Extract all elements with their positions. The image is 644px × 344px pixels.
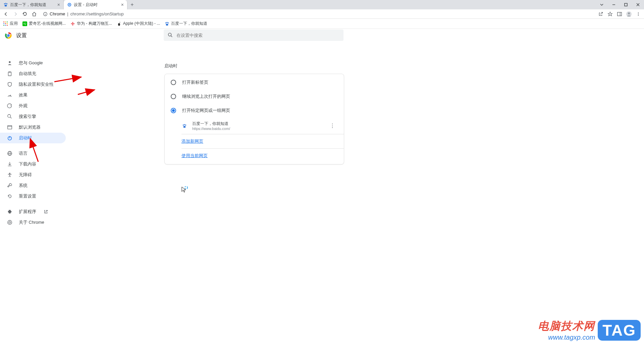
more-icon[interactable]: ⋮: [330, 123, 338, 129]
sidebar-item-search-engine[interactable]: 搜索引擎: [0, 111, 66, 122]
browser-tab-active[interactable]: 设置 - 启动时 ×: [64, 0, 127, 9]
profile-icon[interactable]: [626, 11, 632, 17]
globe-icon: [7, 150, 13, 156]
bookmarks-bar: 应用 iQ 爱奇艺-在线视频网... 华为 - 构建万物互... Apple (…: [0, 19, 644, 29]
share-icon[interactable]: [598, 11, 604, 17]
watermark-url: www.tagxp.com: [548, 334, 595, 341]
svg-point-43: [183, 124, 184, 125]
svg-point-40: [9, 173, 10, 174]
svg-line-32: [10, 117, 12, 119]
apple-icon: [117, 21, 121, 26]
baidu-icon: [3, 2, 8, 7]
menu-icon[interactable]: [635, 11, 641, 17]
settings-sidebar: 您与 Google 自动填充 隐私设置和安全性 效果 外观 搜索引擎 默认浏览器…: [0, 42, 78, 344]
svg-point-53: [185, 186, 187, 189]
radio-icon: [171, 94, 176, 99]
startup-page-url: https://www.baidu.com/: [192, 127, 230, 131]
bookmark-item[interactable]: 百度一下，你就知道: [165, 21, 207, 26]
sidebar-item-you-and-google[interactable]: 您与 Google: [0, 58, 66, 68]
baidu-icon: [165, 21, 169, 26]
forward-button[interactable]: [12, 11, 19, 17]
site-info-icon: [43, 12, 48, 16]
add-new-page-row: 添加新网页: [165, 134, 344, 148]
power-icon: [7, 135, 13, 141]
svg-point-31: [8, 115, 11, 118]
chrome-icon: [7, 219, 13, 225]
svg-point-16: [638, 13, 639, 14]
huawei-icon: [70, 21, 75, 26]
browser-tab[interactable]: 百度一下，你就知道 ×: [0, 0, 64, 9]
new-tab-button[interactable]: +: [127, 2, 137, 8]
radio-new-tab[interactable]: 打开新标签页: [165, 75, 344, 89]
sidebar-item-languages[interactable]: 语言: [0, 148, 66, 159]
back-button[interactable]: [3, 11, 9, 17]
svg-point-0: [4, 3, 5, 4]
svg-point-15: [638, 12, 639, 13]
dropdown-button[interactable]: [596, 0, 608, 9]
sidebar-item-reset[interactable]: 重置设置: [0, 191, 66, 202]
address-bar[interactable]: Chrome | chrome://settings/onStartup: [43, 11, 124, 16]
browser-toolbar: Chrome | chrome://settings/onStartup: [0, 9, 644, 19]
svg-rect-7: [625, 3, 627, 6]
puzzle-icon: [7, 209, 13, 215]
svg-line-50: [78, 90, 95, 94]
search-icon: [168, 32, 173, 38]
svg-point-5: [69, 4, 70, 5]
sidebar-item-extensions[interactable]: 扩展程序: [0, 206, 66, 217]
svg-point-17: [638, 15, 639, 15]
sidebar-item-appearance[interactable]: 外观: [0, 100, 66, 111]
use-current-pages-row: 使用当前网页: [165, 149, 344, 163]
baidu-icon: [181, 123, 187, 129]
url-text: chrome://settings/onStartup: [70, 11, 124, 16]
close-icon[interactable]: ×: [121, 2, 124, 7]
use-current-pages-link[interactable]: 使用当前网页: [181, 153, 208, 158]
window-controls: [596, 0, 644, 9]
svg-line-26: [171, 36, 172, 37]
svg-point-25: [168, 33, 171, 36]
bookmark-item[interactable]: iQ 爱奇艺-在线视频网...: [22, 21, 66, 26]
wrench-icon: [7, 183, 13, 189]
apps-button[interactable]: 应用: [3, 21, 18, 26]
radio-continue[interactable]: 继续浏览上次打开的网页: [165, 89, 344, 104]
person-icon: [7, 60, 13, 66]
side-panel-icon[interactable]: [616, 11, 623, 17]
watermark: 电脑技术网 www.tagxp.com TAG: [538, 319, 641, 341]
sidebar-item-performance[interactable]: 效果: [0, 90, 66, 100]
bookmark-item[interactable]: Apple (中国大陆) - ...: [117, 21, 160, 26]
apps-icon: [3, 21, 8, 26]
startup-page-row: 百度一下，你就知道 https://www.baidu.com/ ⋮: [165, 118, 344, 134]
apps-label: 应用: [10, 21, 18, 26]
svg-point-14: [628, 12, 630, 14]
close-window-button[interactable]: [632, 0, 644, 9]
svg-point-41: [8, 220, 12, 224]
sidebar-item-system[interactable]: 系统: [0, 180, 66, 191]
maximize-button[interactable]: [620, 0, 632, 9]
window-titlebar: 百度一下，你就知道 × 设置 - 启动时 × +: [0, 0, 644, 9]
reload-button[interactable]: [21, 11, 28, 17]
section-title: 启动时: [164, 63, 177, 69]
svg-point-21: [166, 24, 168, 25]
radio-icon: [171, 80, 176, 85]
bookmark-item[interactable]: 华为 - 构建万物互...: [70, 21, 112, 26]
sidebar-item-downloads[interactable]: 下载内容: [0, 159, 66, 169]
watermark-title: 电脑技术网: [538, 319, 595, 334]
gear-icon: [67, 2, 72, 7]
search-input[interactable]: [176, 33, 339, 38]
sidebar-item-accessibility[interactable]: 无障碍: [0, 169, 66, 180]
home-button[interactable]: [31, 11, 38, 17]
settings-search[interactable]: [164, 29, 343, 41]
sidebar-item-default-browser[interactable]: 默认浏览器: [0, 122, 66, 133]
add-new-page-link[interactable]: 添加新网页: [181, 139, 203, 144]
sidebar-item-about[interactable]: 关于 Chrome: [0, 217, 66, 228]
svg-point-20: [168, 22, 169, 23]
star-icon[interactable]: [607, 11, 613, 17]
svg-point-2: [6, 3, 7, 4]
chrome-icon: [5, 32, 12, 39]
radio-specific-pages[interactable]: 打开特定网页或一组网页: [165, 104, 344, 118]
sidebar-item-autofill[interactable]: 自动填充: [0, 68, 66, 79]
minimize-button[interactable]: [608, 0, 620, 9]
clipboard-icon: [7, 71, 13, 77]
sidebar-item-privacy[interactable]: 隐私设置和安全性: [0, 79, 66, 90]
close-icon[interactable]: ×: [57, 2, 60, 7]
sidebar-item-on-startup[interactable]: 启动时: [0, 133, 66, 143]
